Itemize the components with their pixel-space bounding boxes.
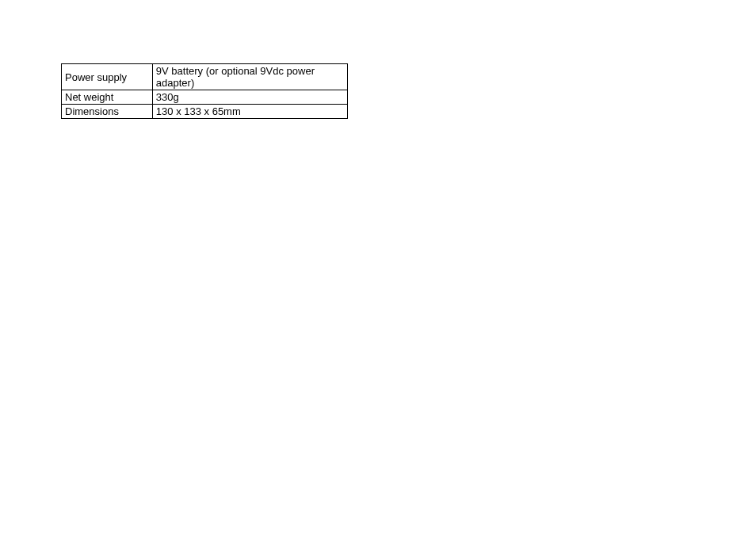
spec-table: Power supply 9V battery (or optional 9Vd…	[61, 63, 348, 119]
spec-value: 130 x 133 x 65mm	[152, 105, 347, 119]
spec-label: Power supply	[62, 64, 153, 90]
spec-value: 9V battery (or optional 9Vdc power adapt…	[152, 64, 347, 90]
table-row: Dimensions 130 x 133 x 65mm	[62, 105, 348, 119]
spec-label: Dimensions	[62, 105, 153, 119]
table-row: Net weight 330g	[62, 90, 348, 105]
table-row: Power supply 9V battery (or optional 9Vd…	[62, 64, 348, 90]
spec-label: Net weight	[62, 90, 153, 105]
spec-value: 330g	[152, 90, 347, 105]
